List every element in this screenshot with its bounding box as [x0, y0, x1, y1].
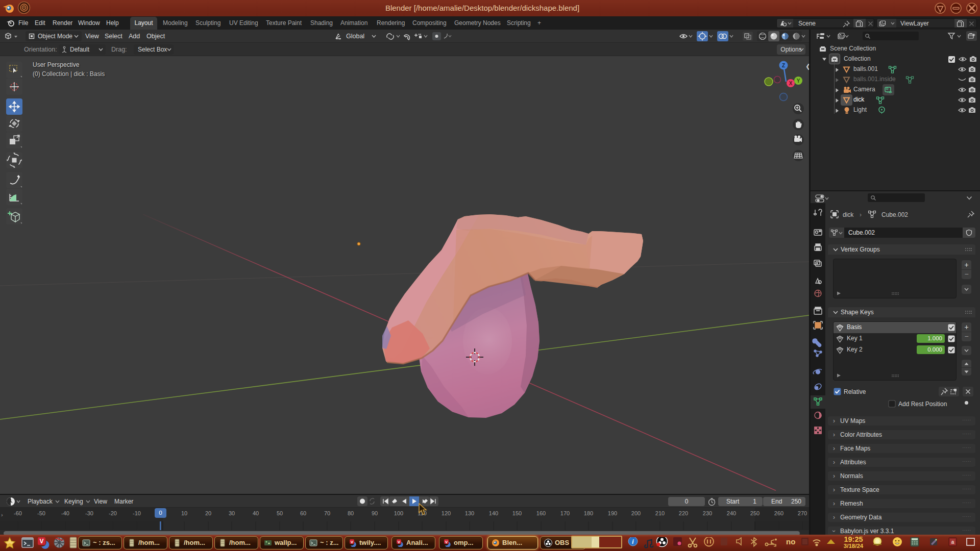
svg-text:no: no: [786, 537, 795, 546]
svg-text:V: V: [398, 540, 400, 544]
svg-text:V: V: [351, 540, 353, 544]
svg-text:a: a: [951, 539, 954, 545]
svg-text:X: X: [789, 81, 793, 86]
svg-text:❮: ❮: [805, 63, 809, 70]
svg-text:V: V: [445, 540, 448, 544]
svg-text:V: V: [39, 538, 43, 545]
svg-text:Z: Z: [782, 63, 785, 68]
svg-text:Y: Y: [797, 78, 800, 84]
